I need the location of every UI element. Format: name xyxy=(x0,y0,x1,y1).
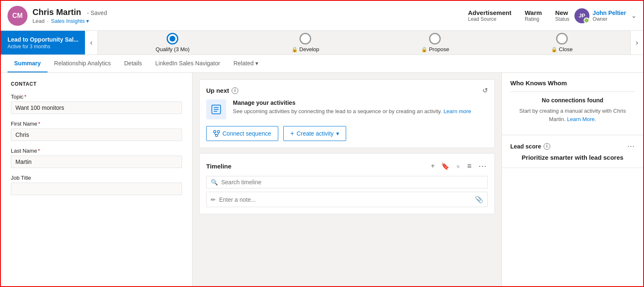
firstname-input[interactable] xyxy=(11,129,182,141)
owner-section[interactable]: JP John Peltier Owner ⌄ xyxy=(574,8,637,23)
lead-score-title: Lead score i xyxy=(510,143,550,150)
status-value: New xyxy=(555,9,568,16)
jobtitle-input[interactable] xyxy=(11,183,182,195)
up-next-card: Up next i ↺ Manage xyxy=(199,79,495,148)
svg-rect-5 xyxy=(217,131,220,133)
learn-more-link-right[interactable]: Learn More. xyxy=(567,116,596,122)
lead-name: Chris Martin xyxy=(32,7,81,17)
timeline-note-box[interactable]: ✏ 📎 xyxy=(206,192,488,207)
timeline-more-button[interactable]: ⋯ xyxy=(477,160,488,172)
sales-insights-link[interactable]: Sales Insights ▾ xyxy=(51,18,90,24)
lastname-field-group: Last Name* xyxy=(11,148,182,168)
topic-input[interactable] xyxy=(11,101,182,114)
svg-rect-6 xyxy=(216,134,218,136)
who-knows-whom-section: Who Knows Whom No connections found Star… xyxy=(502,73,643,135)
topic-label: Topic* xyxy=(11,94,182,100)
timeline-search-box[interactable]: 🔍 xyxy=(206,176,488,188)
topic-required-star: * xyxy=(24,94,26,100)
jobtitle-label: Job Title xyxy=(11,175,182,181)
refresh-icon[interactable]: ↺ xyxy=(482,87,488,94)
timeline-icons: + 🔖 ⬦ ≡ ⋯ xyxy=(430,160,488,172)
manage-activities-text: Manage your activities See upcoming acti… xyxy=(233,99,471,115)
stage-circle-develop xyxy=(300,33,311,45)
stage-current: Lead to Opportunity Sal... Active for 3 … xyxy=(1,31,85,54)
timeline-sort-button[interactable]: ≡ xyxy=(466,161,472,171)
stage-label-close: Close xyxy=(559,46,573,52)
prioritize-text: Prioritize smarter with lead scores xyxy=(510,154,635,161)
status-label: Status xyxy=(555,16,569,22)
lead-source-value: Advertisement xyxy=(468,9,512,16)
timeline-add-button[interactable]: + xyxy=(430,161,435,171)
manage-activities-body: See upcoming activities by connecting th… xyxy=(233,108,471,115)
chevron-down-icon: ▾ xyxy=(86,18,89,24)
tab-linkedin-sales-navigator[interactable]: LinkedIn Sales Navigator xyxy=(149,55,227,72)
tab-summary[interactable]: Summary xyxy=(7,55,47,72)
plus-icon: + xyxy=(290,130,294,137)
lastname-label: Last Name* xyxy=(11,148,182,154)
pencil-icon: ✏ xyxy=(211,196,216,203)
lead-score-header: Lead score i ··· xyxy=(510,142,635,151)
lock-icon-develop: 🔒 xyxy=(292,47,298,52)
learn-more-link[interactable]: Learn more xyxy=(444,108,471,114)
up-next-info-icon[interactable]: i xyxy=(232,87,238,94)
timeline-search-icon: 🔍 xyxy=(211,179,218,186)
contact-panel: CONTACT Topic* First Name* Last Name* xyxy=(1,73,192,286)
rating-meta: Warm Rating xyxy=(525,9,542,22)
connect-sequence-button[interactable]: Connect sequence xyxy=(206,126,278,141)
stage-lock-close: 🔒 Close xyxy=(551,46,573,52)
lastname-input[interactable] xyxy=(11,156,182,168)
owner-label: Owner xyxy=(593,16,626,22)
status-meta: New Status xyxy=(555,9,569,22)
stage-circle-close xyxy=(556,33,568,45)
lead-source-label: Lead Source xyxy=(468,16,497,22)
clip-icon[interactable]: 📎 xyxy=(475,195,483,203)
rating-label: Rating xyxy=(525,16,539,22)
owner-chevron-icon[interactable]: ⌄ xyxy=(631,12,637,20)
no-connections-box: No connections found Start by creating a… xyxy=(510,92,635,128)
nav-tabs: Summary Relationship Analytics Details L… xyxy=(1,55,643,73)
card-actions: Connect sequence + Create activity ▾ xyxy=(206,126,488,141)
lock-icon-propose: 🔒 xyxy=(421,47,427,52)
middle-panel: Up next i ↺ Manage xyxy=(192,73,502,286)
jobtitle-field-group: Job Title xyxy=(11,175,182,195)
lead-score-more-icon[interactable]: ··· xyxy=(627,142,635,151)
lead-score-info-icon[interactable]: i xyxy=(544,143,550,150)
stage-next-button[interactable]: › xyxy=(630,31,643,54)
activities-list-icon xyxy=(210,104,222,115)
tab-relationship-analytics[interactable]: Relationship Analytics xyxy=(47,55,117,72)
tab-details[interactable]: Details xyxy=(117,55,149,72)
timeline-search-input[interactable] xyxy=(221,179,483,186)
stage-step-develop[interactable]: 🔒 Develop xyxy=(292,33,320,52)
timeline-bookmark-button[interactable]: 🔖 xyxy=(440,161,450,171)
timeline-note-input[interactable] xyxy=(219,196,472,203)
stage-step-qualify[interactable]: Qualify (3 Mo) xyxy=(156,33,190,52)
stage-circle-propose xyxy=(429,33,441,45)
stage-step-propose[interactable]: 🔒 Propose xyxy=(421,33,449,52)
up-next-header: Up next i ↺ xyxy=(206,87,488,94)
owner-avatar: JP xyxy=(574,8,589,23)
firstname-label: First Name* xyxy=(11,121,182,127)
timeline-card: Timeline + 🔖 ⬦ ≡ ⋯ 🔍 ✏ 📎 xyxy=(199,153,495,214)
up-next-title: Up next i xyxy=(206,87,238,94)
timeline-filter-button[interactable]: ⬦ xyxy=(455,161,461,171)
right-panel: Who Knows Whom No connections found Star… xyxy=(502,73,643,286)
manage-icon-box xyxy=(206,99,226,119)
firstname-required-star: * xyxy=(38,121,40,127)
avatar: CM xyxy=(7,6,27,26)
stage-label-qualify: Qualify (3 Mo) xyxy=(156,46,190,52)
owner-info: John Peltier Owner xyxy=(593,10,626,22)
stage-step-close[interactable]: 🔒 Close xyxy=(551,33,573,52)
stage-current-sub: Active for 3 months xyxy=(7,44,78,49)
timeline-header: Timeline + 🔖 ⬦ ≡ ⋯ xyxy=(206,160,488,172)
lead-score-section: Lead score i ··· Prioritize smarter with… xyxy=(502,135,643,168)
no-connections-title: No connections found xyxy=(510,97,635,104)
lead-type-label: Lead xyxy=(32,18,45,24)
topic-field-group: Topic* xyxy=(11,94,182,114)
tab-related[interactable]: Related ▾ xyxy=(227,55,265,72)
stage-label-propose: Propose xyxy=(429,46,449,52)
firstname-field-group: First Name* xyxy=(11,121,182,141)
create-activity-button[interactable]: + Create activity ▾ xyxy=(283,126,346,141)
stage-lock-develop: 🔒 Develop xyxy=(292,46,320,52)
header: CM Chris Martin - Saved Lead · Sales Ins… xyxy=(1,1,643,31)
stage-prev-button[interactable]: ‹ xyxy=(85,31,98,54)
